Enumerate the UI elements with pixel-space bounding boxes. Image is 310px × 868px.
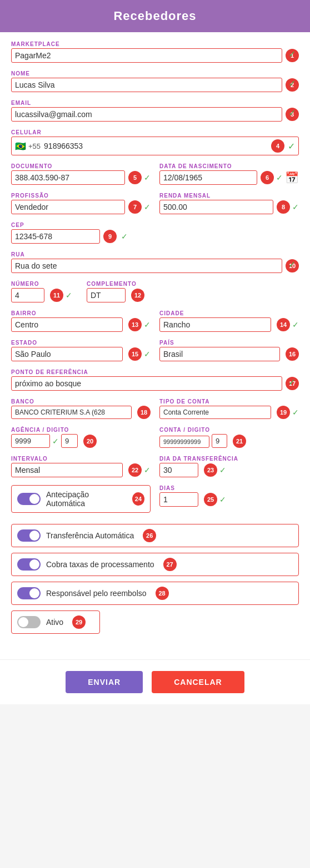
check-icon-nome: ✓ xyxy=(288,78,296,89)
estado-field: ESTADO 15 ✓ xyxy=(11,340,151,361)
email-field: EMAIL 3 ✓ xyxy=(11,100,299,122)
badge-20: 20 xyxy=(83,435,97,448)
responsavel-row: Responsável pelo reembolso 28 xyxy=(11,582,299,605)
pais-input[interactable] xyxy=(159,347,280,361)
banco-input[interactable] xyxy=(11,406,132,419)
page-title: Recebedores xyxy=(0,0,310,32)
cep-field: CEP 9 ✓ xyxy=(11,222,299,244)
pais-label: PAÍS xyxy=(159,340,299,346)
check-icon-intervalo: ✓ xyxy=(144,466,151,475)
nome-input[interactable] xyxy=(11,78,282,92)
rua-label: RUA xyxy=(11,251,299,258)
ponto-referencia-label: PONTO DE REFERÊNCIA xyxy=(11,369,299,375)
ativo-row: Ativo 29 xyxy=(11,610,100,634)
check-icon-profissao: ✓ xyxy=(144,203,151,211)
dias-input[interactable] xyxy=(159,492,198,507)
numero-input[interactable] xyxy=(11,288,44,302)
renda-mensal-field: RENDA MENSAL 8 ✓ xyxy=(159,193,299,214)
tipo-conta-input[interactable] xyxy=(159,406,271,419)
badge-16: 16 xyxy=(286,347,299,361)
agencia-field: AGÊNCIA / DIGITO ✓ 20 xyxy=(11,427,151,448)
celular-input[interactable] xyxy=(44,142,268,150)
email-input[interactable] xyxy=(11,107,282,122)
estado-input[interactable] xyxy=(11,347,123,361)
check-icon-estado: ✓ xyxy=(144,350,151,359)
renda-mensal-input[interactable] xyxy=(159,200,273,214)
check-icon-ponto: ✓ xyxy=(288,377,296,387)
complemento-field: COMPLEMENTO 12 xyxy=(87,281,299,302)
check-icon-numero: ✓ xyxy=(66,291,72,300)
conta-label: CONTA / DIGITO xyxy=(159,427,299,433)
nome-label: NOME xyxy=(11,70,299,77)
check-icon-email: ✓ xyxy=(288,108,296,118)
badge-27: 27 xyxy=(163,558,177,571)
dia-transferencia-input[interactable] xyxy=(159,463,198,477)
enviar-button[interactable]: ENVIAR xyxy=(66,671,143,693)
tipo-conta-field: TIPO DE CONTA 19 ✓ xyxy=(159,398,299,419)
bairro-field: BAIRRO 13 ✓ xyxy=(11,310,151,332)
tipo-conta-label: TIPO DE CONTA xyxy=(159,398,299,405)
cidade-input[interactable] xyxy=(159,317,271,332)
renda-mensal-label: RENDA MENSAL xyxy=(159,193,299,199)
estado-label: ESTADO xyxy=(11,340,151,346)
antecipacao-toggle-container: Antecipação Automática 24 xyxy=(11,485,151,518)
badge-9: 9 xyxy=(103,230,117,243)
badge-26: 26 xyxy=(143,529,156,542)
conta-digit-input[interactable] xyxy=(212,434,227,448)
antecipacao-row: Antecipação Automática 24 xyxy=(11,485,151,513)
antecipacao-toggle[interactable] xyxy=(17,493,41,505)
cobra-taxas-toggle[interactable] xyxy=(17,558,41,571)
documento-label: DOCUMENTO xyxy=(11,163,151,169)
badge-29: 29 xyxy=(72,615,86,629)
badge-4: 4 xyxy=(271,139,284,153)
profissao-input[interactable] xyxy=(11,200,125,214)
complemento-label: COMPLEMENTO xyxy=(87,281,299,287)
nome-field: NOME 2 ✓ xyxy=(11,70,299,92)
cancelar-button[interactable]: CANCELAR xyxy=(152,671,244,693)
check-icon-tipo: ✓ xyxy=(292,408,299,417)
intervalo-input[interactable] xyxy=(11,463,123,477)
celular-field: CELULAR 🇧🇷 +55 4 ✓ xyxy=(11,129,299,155)
rua-field: RUA 10 ✓ xyxy=(11,251,299,273)
badge-15: 15 xyxy=(128,347,142,361)
marketplace-input[interactable] xyxy=(11,48,282,63)
badge-18: 18 xyxy=(137,406,151,419)
agencia-digit-input[interactable] xyxy=(61,434,78,448)
dia-transferencia-label: DIA DA TRANSFERÊNCIA xyxy=(159,456,299,462)
marketplace-label: MARKETPLACE xyxy=(11,41,299,47)
cep-input[interactable] xyxy=(11,229,100,244)
calendar-icon[interactable]: 📅 xyxy=(285,171,299,184)
bairro-label: BAIRRO xyxy=(11,310,151,316)
ponto-referencia-input[interactable] xyxy=(11,376,282,391)
ativo-label: Ativo xyxy=(46,618,63,627)
conta-input[interactable] xyxy=(159,436,209,448)
badge-5: 5 xyxy=(128,171,142,184)
dias-field: DIAS 25 ✓ xyxy=(159,485,299,518)
dia-transferencia-field: DIA DA TRANSFERÊNCIA 23 ✓ xyxy=(159,456,299,477)
intervalo-label: INTERVALO xyxy=(11,456,151,462)
dias-label: DIAS xyxy=(159,485,299,491)
numero-label: NÚMERO xyxy=(11,281,78,287)
pais-field: PAÍS 16 xyxy=(159,340,299,361)
numero-field: NÚMERO 11 ✓ xyxy=(11,281,78,302)
transferencia-row: Transferência Automática 26 xyxy=(11,524,299,547)
badge-22: 22 xyxy=(128,463,142,477)
documento-input[interactable] xyxy=(11,170,125,185)
ativo-toggle[interactable] xyxy=(17,616,41,628)
badge-24: 24 xyxy=(132,492,144,506)
check-icon-data: ✓ xyxy=(276,173,283,182)
flag-icon: 🇧🇷 xyxy=(15,141,26,152)
email-label: EMAIL xyxy=(11,100,299,106)
responsavel-toggle[interactable] xyxy=(17,587,41,599)
data-nascimento-input[interactable] xyxy=(159,170,257,185)
cobra-taxas-label: Cobra taxas de processamento xyxy=(46,560,154,569)
badge-7: 7 xyxy=(128,200,142,214)
bairro-input[interactable] xyxy=(11,317,123,332)
data-nascimento-field: DATA DE NASCIMENTO 6 ✓ 📅 xyxy=(159,163,299,185)
transferencia-toggle[interactable] xyxy=(17,529,41,542)
complemento-input[interactable] xyxy=(87,288,126,302)
cidade-label: CIDADE xyxy=(159,310,299,316)
rua-input[interactable] xyxy=(11,259,282,273)
agencia-input[interactable] xyxy=(11,434,50,448)
badge-13: 13 xyxy=(128,318,142,331)
